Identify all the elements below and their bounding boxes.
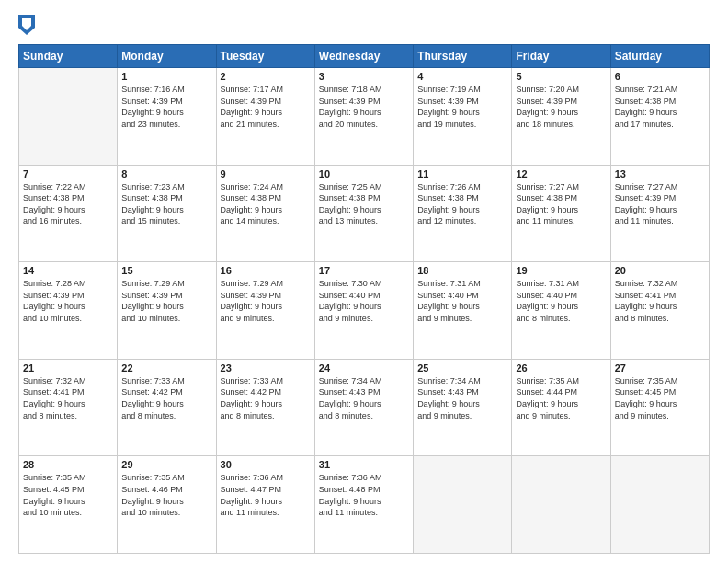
calendar-cell: 10Sunrise: 7:25 AM Sunset: 4:38 PM Dayli… xyxy=(314,165,413,262)
day-number: 18 xyxy=(417,265,507,276)
day-number: 25 xyxy=(417,362,507,373)
day-info: Sunrise: 7:17 AM Sunset: 4:39 PM Dayligh… xyxy=(221,84,311,130)
day-number: 29 xyxy=(121,459,211,470)
day-info: Sunrise: 7:22 AM Sunset: 4:38 PM Dayligh… xyxy=(23,181,113,227)
day-info: Sunrise: 7:35 AM Sunset: 4:46 PM Dayligh… xyxy=(121,472,211,518)
day-info: Sunrise: 7:34 AM Sunset: 4:43 PM Dayligh… xyxy=(319,375,409,421)
weekday-header-tuesday: Tuesday xyxy=(216,45,314,68)
day-number: 21 xyxy=(23,362,113,373)
day-info: Sunrise: 7:32 AM Sunset: 4:41 PM Dayligh… xyxy=(615,278,705,324)
calendar-cell: 26Sunrise: 7:35 AM Sunset: 4:44 PM Dayli… xyxy=(512,359,610,456)
day-info: Sunrise: 7:28 AM Sunset: 4:39 PM Dayligh… xyxy=(23,278,113,324)
calendar-cell: 31Sunrise: 7:36 AM Sunset: 4:48 PM Dayli… xyxy=(314,456,413,554)
day-info: Sunrise: 7:23 AM Sunset: 4:38 PM Dayligh… xyxy=(121,181,211,227)
day-info: Sunrise: 7:31 AM Sunset: 4:40 PM Dayligh… xyxy=(417,278,507,324)
day-number: 3 xyxy=(319,71,409,82)
day-number: 24 xyxy=(319,362,409,373)
calendar-cell: 25Sunrise: 7:34 AM Sunset: 4:43 PM Dayli… xyxy=(414,359,512,456)
calendar-cell: 9Sunrise: 7:24 AM Sunset: 4:38 PM Daylig… xyxy=(216,165,314,262)
day-number: 30 xyxy=(221,459,311,470)
page: SundayMondayTuesdayWednesdayThursdayFrid… xyxy=(0,0,728,563)
weekday-header-friday: Friday xyxy=(512,45,610,68)
day-info: Sunrise: 7:32 AM Sunset: 4:41 PM Dayligh… xyxy=(23,375,113,421)
calendar-cell: 13Sunrise: 7:27 AM Sunset: 4:39 PM Dayli… xyxy=(610,165,709,262)
week-row-1: 1Sunrise: 7:16 AM Sunset: 4:39 PM Daylig… xyxy=(19,68,710,166)
calendar-cell: 5Sunrise: 7:20 AM Sunset: 4:39 PM Daylig… xyxy=(512,68,610,166)
calendar-cell: 21Sunrise: 7:32 AM Sunset: 4:41 PM Dayli… xyxy=(19,359,118,456)
weekday-header-saturday: Saturday xyxy=(610,45,709,68)
calendar-cell: 1Sunrise: 7:16 AM Sunset: 4:39 PM Daylig… xyxy=(118,68,216,166)
week-row-4: 21Sunrise: 7:32 AM Sunset: 4:41 PM Dayli… xyxy=(19,359,710,456)
week-row-5: 28Sunrise: 7:35 AM Sunset: 4:45 PM Dayli… xyxy=(19,456,710,554)
day-info: Sunrise: 7:36 AM Sunset: 4:47 PM Dayligh… xyxy=(221,472,311,518)
calendar-cell: 4Sunrise: 7:19 AM Sunset: 4:39 PM Daylig… xyxy=(414,68,512,166)
day-number: 4 xyxy=(417,71,507,82)
calendar-cell: 18Sunrise: 7:31 AM Sunset: 4:40 PM Dayli… xyxy=(414,262,512,360)
day-number: 17 xyxy=(319,265,409,276)
day-number: 6 xyxy=(615,71,705,82)
calendar-cell: 7Sunrise: 7:22 AM Sunset: 4:38 PM Daylig… xyxy=(19,165,118,262)
calendar-cell: 20Sunrise: 7:32 AM Sunset: 4:41 PM Dayli… xyxy=(610,262,709,360)
day-number: 12 xyxy=(516,168,606,179)
day-number: 26 xyxy=(516,362,606,373)
calendar-cell: 17Sunrise: 7:30 AM Sunset: 4:40 PM Dayli… xyxy=(314,262,413,360)
calendar-cell: 16Sunrise: 7:29 AM Sunset: 4:39 PM Dayli… xyxy=(216,262,314,360)
week-row-3: 14Sunrise: 7:28 AM Sunset: 4:39 PM Dayli… xyxy=(19,262,710,360)
day-number: 1 xyxy=(121,71,211,82)
calendar-cell: 15Sunrise: 7:29 AM Sunset: 4:39 PM Dayli… xyxy=(118,262,216,360)
calendar-cell xyxy=(610,456,709,554)
day-info: Sunrise: 7:25 AM Sunset: 4:38 PM Dayligh… xyxy=(319,181,409,227)
day-info: Sunrise: 7:27 AM Sunset: 4:39 PM Dayligh… xyxy=(615,181,705,227)
weekday-header-wednesday: Wednesday xyxy=(314,45,413,68)
day-number: 5 xyxy=(516,71,606,82)
calendar-cell xyxy=(512,456,610,554)
header xyxy=(18,15,710,35)
weekday-header-row: SundayMondayTuesdayWednesdayThursdayFrid… xyxy=(19,45,710,68)
calendar-cell: 11Sunrise: 7:26 AM Sunset: 4:38 PM Dayli… xyxy=(414,165,512,262)
day-info: Sunrise: 7:27 AM Sunset: 4:38 PM Dayligh… xyxy=(516,181,606,227)
calendar-cell: 23Sunrise: 7:33 AM Sunset: 4:42 PM Dayli… xyxy=(216,359,314,456)
calendar-cell: 28Sunrise: 7:35 AM Sunset: 4:45 PM Dayli… xyxy=(19,456,118,554)
day-info: Sunrise: 7:30 AM Sunset: 4:40 PM Dayligh… xyxy=(319,278,409,324)
day-info: Sunrise: 7:34 AM Sunset: 4:43 PM Dayligh… xyxy=(417,375,507,421)
day-number: 28 xyxy=(23,459,113,470)
calendar-cell: 12Sunrise: 7:27 AM Sunset: 4:38 PM Dayli… xyxy=(512,165,610,262)
day-number: 8 xyxy=(121,168,211,179)
day-number: 22 xyxy=(121,362,211,373)
calendar-table: SundayMondayTuesdayWednesdayThursdayFrid… xyxy=(18,44,710,554)
day-info: Sunrise: 7:33 AM Sunset: 4:42 PM Dayligh… xyxy=(221,375,311,421)
calendar-cell: 24Sunrise: 7:34 AM Sunset: 4:43 PM Dayli… xyxy=(314,359,413,456)
calendar-cell: 29Sunrise: 7:35 AM Sunset: 4:46 PM Dayli… xyxy=(118,456,216,554)
day-number: 27 xyxy=(615,362,705,373)
day-info: Sunrise: 7:33 AM Sunset: 4:42 PM Dayligh… xyxy=(121,375,211,421)
day-number: 7 xyxy=(23,168,113,179)
day-number: 10 xyxy=(319,168,409,179)
day-info: Sunrise: 7:21 AM Sunset: 4:38 PM Dayligh… xyxy=(615,84,705,130)
day-number: 2 xyxy=(221,71,311,82)
day-info: Sunrise: 7:26 AM Sunset: 4:38 PM Dayligh… xyxy=(417,181,507,227)
calendar-cell: 27Sunrise: 7:35 AM Sunset: 4:45 PM Dayli… xyxy=(610,359,709,456)
calendar-cell xyxy=(19,68,118,166)
day-number: 13 xyxy=(615,168,705,179)
calendar-cell: 22Sunrise: 7:33 AM Sunset: 4:42 PM Dayli… xyxy=(118,359,216,456)
day-info: Sunrise: 7:29 AM Sunset: 4:39 PM Dayligh… xyxy=(221,278,311,324)
day-info: Sunrise: 7:35 AM Sunset: 4:44 PM Dayligh… xyxy=(516,375,606,421)
calendar-cell xyxy=(414,456,512,554)
day-info: Sunrise: 7:16 AM Sunset: 4:39 PM Dayligh… xyxy=(121,84,211,130)
day-info: Sunrise: 7:35 AM Sunset: 4:45 PM Dayligh… xyxy=(615,375,705,421)
day-info: Sunrise: 7:24 AM Sunset: 4:38 PM Dayligh… xyxy=(221,181,311,227)
calendar-cell: 8Sunrise: 7:23 AM Sunset: 4:38 PM Daylig… xyxy=(118,165,216,262)
generalblue-icon xyxy=(18,15,35,35)
calendar-cell: 3Sunrise: 7:18 AM Sunset: 4:39 PM Daylig… xyxy=(314,68,413,166)
day-number: 16 xyxy=(221,265,311,276)
calendar-cell: 6Sunrise: 7:21 AM Sunset: 4:38 PM Daylig… xyxy=(610,68,709,166)
day-number: 15 xyxy=(121,265,211,276)
day-info: Sunrise: 7:19 AM Sunset: 4:39 PM Dayligh… xyxy=(417,84,507,130)
day-number: 23 xyxy=(221,362,311,373)
day-info: Sunrise: 7:35 AM Sunset: 4:45 PM Dayligh… xyxy=(23,472,113,518)
week-row-2: 7Sunrise: 7:22 AM Sunset: 4:38 PM Daylig… xyxy=(19,165,710,262)
day-info: Sunrise: 7:20 AM Sunset: 4:39 PM Dayligh… xyxy=(516,84,606,130)
day-info: Sunrise: 7:36 AM Sunset: 4:48 PM Dayligh… xyxy=(319,472,409,518)
logo xyxy=(18,15,39,35)
calendar-cell: 19Sunrise: 7:31 AM Sunset: 4:40 PM Dayli… xyxy=(512,262,610,360)
